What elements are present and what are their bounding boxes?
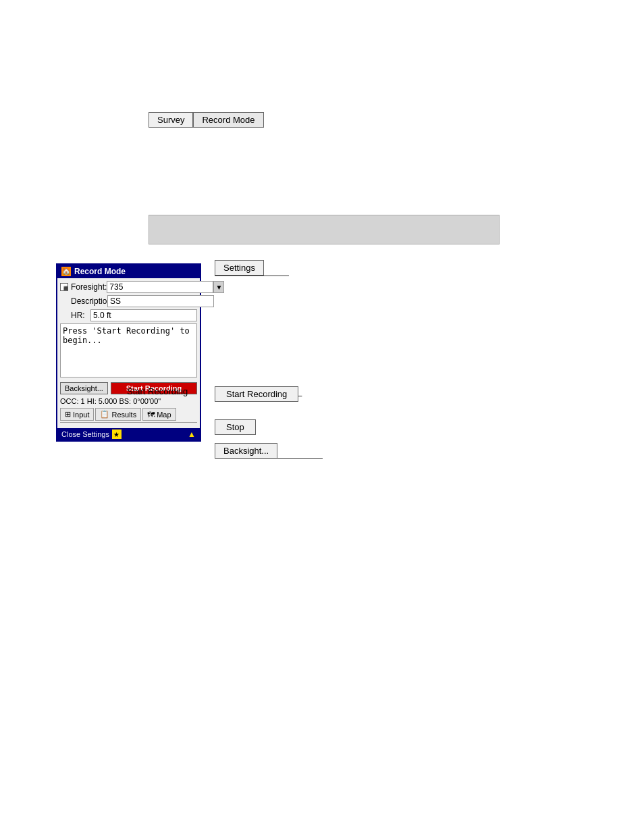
tab-results[interactable]: 📋 Results bbox=[95, 408, 141, 421]
foresight-checkbox[interactable]: ◾ bbox=[60, 283, 68, 291]
dialog-icon: 🏠 bbox=[61, 267, 71, 276]
record-mode-dialog: 🏠 Record Mode ◾ Foresight: ▼ Description… bbox=[56, 263, 201, 442]
tab-input[interactable]: ⊞ Input bbox=[60, 408, 94, 421]
start-recording-button[interactable]: Start Recording bbox=[215, 386, 298, 402]
results-tab-icon: 📋 bbox=[100, 410, 109, 419]
dialog-title: Record Mode bbox=[74, 267, 126, 276]
backsight-dialog-btn[interactable]: Backsight... bbox=[60, 382, 108, 394]
settings-underline bbox=[215, 276, 289, 276]
survey-tab[interactable]: Survey bbox=[149, 112, 193, 128]
close-settings-area: Close Settings ★ bbox=[61, 429, 122, 439]
description-row: Description: bbox=[60, 295, 197, 307]
hr-row: HR: bbox=[60, 309, 197, 321]
record-mode-tab[interactable]: Record Mode bbox=[193, 112, 263, 128]
hr-label: HR: bbox=[60, 311, 90, 320]
foresight-row: ◾ Foresight: ▼ bbox=[60, 281, 197, 293]
recording-textarea[interactable]: Press 'Start Recording' to begin... bbox=[60, 323, 197, 377]
hr-input[interactable] bbox=[90, 309, 197, 321]
input-tab-icon: ⊞ bbox=[65, 410, 71, 419]
occ-info: OCC: 1 HI: 5.000 BS: 0°00'00" bbox=[60, 397, 197, 405]
map-tab-icon: 🗺 bbox=[147, 411, 155, 419]
foresight-label: Foresight: bbox=[71, 282, 107, 292]
input-tab-label: Input bbox=[73, 411, 89, 419]
foresight-combo: ▼ bbox=[107, 281, 224, 293]
dialog-titlebar: 🏠 Record Mode bbox=[57, 265, 200, 278]
dialog-body: ◾ Foresight: ▼ Description: HR: Press 'S… bbox=[57, 278, 200, 428]
backsight-underline bbox=[215, 458, 323, 459]
top-tabs: Survey Record Mode bbox=[149, 112, 264, 128]
close-settings-label[interactable]: Close Settings bbox=[61, 430, 109, 438]
tab-map[interactable]: 🗺 Map bbox=[142, 408, 176, 421]
triangle-icon: ▲ bbox=[188, 429, 196, 439]
dialog-footer: Close Settings ★ ▲ bbox=[57, 428, 200, 440]
results-tab-label: Results bbox=[111, 411, 136, 419]
stop-button[interactable]: Stop bbox=[215, 419, 256, 435]
dialog-tabs: ⊞ Input 📋 Results 🗺 Map bbox=[60, 408, 197, 423]
map-tab-label: Map bbox=[157, 411, 171, 419]
gray-bar bbox=[149, 215, 500, 244]
settings-button[interactable]: Settings bbox=[215, 260, 264, 276]
start-recording-left-label: Start Recording bbox=[127, 386, 188, 396]
description-input[interactable] bbox=[107, 295, 214, 307]
foresight-dropdown-btn[interactable]: ▼ bbox=[213, 281, 224, 293]
foresight-input[interactable] bbox=[107, 281, 213, 293]
description-label: Description: bbox=[60, 296, 107, 306]
backsight-button[interactable]: Backsight... bbox=[215, 443, 277, 459]
star-icon[interactable]: ★ bbox=[112, 429, 122, 439]
